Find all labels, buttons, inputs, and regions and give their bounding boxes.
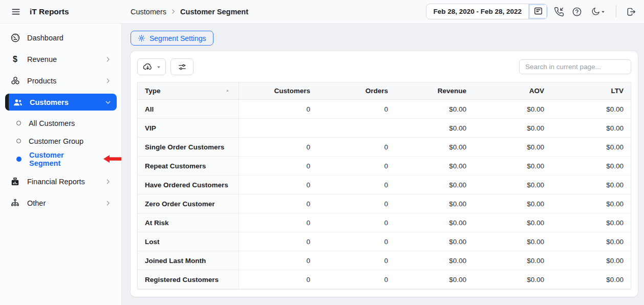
breadcrumb-parent[interactable]: Customers <box>131 8 166 16</box>
chevron-down-icon <box>104 99 112 106</box>
chevron-right-icon <box>104 200 112 207</box>
table-row[interactable]: Have Ordered Customers 0 0 $0.00 $0.00 $… <box>138 176 631 194</box>
date-range-control: Feb 28, 2020 - Feb 28, 2022 <box>426 4 548 19</box>
cell-customers: 0 <box>239 157 317 176</box>
app-title: iT Reports <box>30 7 69 16</box>
cell-type: Single Order Customers <box>138 138 239 157</box>
sidebar-item-customer-group[interactable]: Customer Group <box>0 132 121 150</box>
cell-revenue: $0.00 <box>395 270 474 289</box>
help-icon[interactable] <box>570 5 584 18</box>
cell-type: At Risk <box>138 213 239 232</box>
table-row[interactable]: Repeat Customers 0 0 $0.00 $0.00 $0.00 <box>138 157 631 176</box>
table-header-row: Type Customers Orders Revenue AOV LTV <box>138 82 631 100</box>
sidebar-item-products[interactable]: Products <box>5 72 117 89</box>
table-row[interactable]: VIP $0.00 $0.00 $0.00 <box>138 119 631 138</box>
divider <box>616 6 616 17</box>
column-header-revenue[interactable]: Revenue <box>395 82 474 100</box>
cell-ltv: $0.00 <box>551 138 631 157</box>
sidebar-item-other[interactable]: Other <box>5 194 117 211</box>
cell-customers: 0 <box>239 213 317 232</box>
menu-icon[interactable] <box>10 6 22 18</box>
sidebar-item-customer-segment[interactable]: Customer Segment <box>0 150 121 168</box>
column-header-customers[interactable]: Customers <box>239 82 317 100</box>
column-label: Type <box>145 87 161 95</box>
cell-ltv: $0.00 <box>551 194 631 213</box>
brand-area: iT Reports <box>0 6 122 18</box>
chevron-right-icon <box>104 178 112 185</box>
date-panel-button[interactable] <box>528 4 547 19</box>
sort-asc-icon <box>225 88 230 94</box>
sidebar-item-revenue[interactable]: $ Revenue <box>5 51 117 68</box>
cell-aov: $0.00 <box>474 176 551 194</box>
cell-orders: 0 <box>317 270 395 289</box>
sidebar-subitem-label: All Customers <box>29 119 75 127</box>
sidebar-item-dashboard[interactable]: Dashboard <box>5 29 117 46</box>
table-card: Type Customers Orders Revenue AOV LTV <box>131 51 638 297</box>
cell-orders: 0 <box>317 194 395 213</box>
sidebar-item-all-customers[interactable]: All Customers <box>0 114 121 132</box>
financial-reports-icon <box>10 177 20 186</box>
cell-orders: 0 <box>317 138 395 157</box>
cell-type: Zero Order Customer <box>138 194 239 213</box>
cell-revenue: $0.00 <box>395 138 474 157</box>
column-header-type[interactable]: Type <box>138 82 239 100</box>
cell-ltv: $0.00 <box>551 270 631 289</box>
phone-incoming-icon[interactable] <box>552 5 566 18</box>
cell-customers: 0 <box>239 270 317 289</box>
radio-bullet-icon <box>16 121 21 125</box>
cloud-download-icon <box>142 61 153 72</box>
logout-icon[interactable] <box>624 5 638 18</box>
cell-aov: $0.00 <box>474 138 551 157</box>
sidebar-item-label: Financial Reports <box>27 178 85 186</box>
cell-ltv: $0.00 <box>551 251 631 270</box>
table-row[interactable]: Single Order Customers 0 0 $0.00 $0.00 $… <box>138 138 631 157</box>
cell-aov: $0.00 <box>474 251 551 270</box>
cell-type: All <box>138 100 239 119</box>
sidebar-item-label: Dashboard <box>27 34 63 42</box>
cell-aov: $0.00 <box>474 232 551 251</box>
cell-customers: 0 <box>239 100 317 119</box>
table-row[interactable]: At Risk 0 0 $0.00 $0.00 $0.00 <box>138 213 631 232</box>
table-body: All 0 0 $0.00 $0.00 $0.00 VIP $0.00 <box>138 100 631 289</box>
main-content: Segment Settings <box>122 24 644 305</box>
table-row[interactable]: Joined Last Month 0 0 $0.00 $0.00 $0.00 <box>138 251 631 270</box>
sidebar-item-label: Customers <box>30 98 69 106</box>
cell-orders: 0 <box>317 232 395 251</box>
table-row[interactable]: All 0 0 $0.00 $0.00 $0.00 <box>138 100 631 119</box>
sidebar-item-label: Revenue <box>27 55 57 63</box>
sidebar-item-customers[interactable]: Customers <box>5 94 117 111</box>
cell-aov: $0.00 <box>474 100 551 119</box>
cell-type: VIP <box>138 119 239 138</box>
theme-toggle[interactable] <box>588 5 608 18</box>
cell-customers: 0 <box>239 194 317 213</box>
cell-type: Repeat Customers <box>138 157 239 176</box>
date-range-value[interactable]: Feb 28, 2020 - Feb 28, 2022 <box>426 4 528 19</box>
cell-ltv: $0.00 <box>551 119 631 138</box>
segment-settings-button[interactable]: Segment Settings <box>131 31 213 46</box>
cell-type: Registered Customers <box>138 270 239 289</box>
sidebar-subitem-label: Customer Segment <box>29 151 93 167</box>
sidebar-item-financial-reports[interactable]: Financial Reports <box>5 173 117 190</box>
table-toolbar <box>137 58 631 75</box>
column-header-orders[interactable]: Orders <box>317 82 395 100</box>
dollar-icon: $ <box>10 55 20 63</box>
table-row[interactable]: Registered Customers 0 0 $0.00 $0.00 $0.… <box>138 270 631 289</box>
column-header-ltv[interactable]: LTV <box>551 82 631 100</box>
cell-aov: $0.00 <box>474 213 551 232</box>
cell-orders: 0 <box>317 157 395 176</box>
topbar-actions: Feb 28, 2020 - Feb 28, 2022 <box>426 4 644 19</box>
sidebar-subitem-label: Customer Group <box>29 137 83 145</box>
cell-customers: 0 <box>239 251 317 270</box>
filter-sliders-button[interactable] <box>170 58 194 75</box>
table-row[interactable]: Lost 0 0 $0.00 $0.00 $0.00 <box>138 232 631 251</box>
search-input[interactable] <box>519 59 631 74</box>
cell-revenue: $0.00 <box>395 100 474 119</box>
dashboard-gauge-icon <box>10 33 20 43</box>
column-header-aov[interactable]: AOV <box>474 82 551 100</box>
table-row[interactable]: Zero Order Customer 0 0 $0.00 $0.00 $0.0… <box>138 194 631 213</box>
cell-orders: 0 <box>317 176 395 194</box>
cell-ltv: $0.00 <box>551 176 631 194</box>
export-button[interactable] <box>137 58 166 75</box>
products-boxes-icon <box>10 76 20 86</box>
caret-down-icon <box>156 64 161 70</box>
